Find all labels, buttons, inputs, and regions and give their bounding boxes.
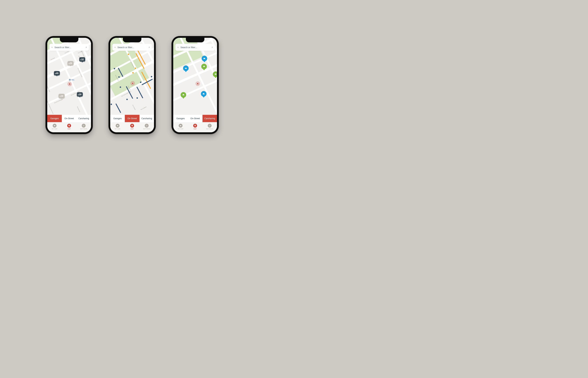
bottom-nav: MY CAR MAP SETTINGS (47, 122, 91, 132)
nav-label: SETTINGS (143, 128, 150, 130)
search-bar[interactable] (49, 44, 89, 51)
locate-icon[interactable] (212, 46, 213, 49)
search-icon (114, 46, 116, 49)
tab-carsharing[interactable]: Carsharing (202, 115, 217, 122)
price-pin[interactable]: $19 (59, 94, 65, 98)
user-location-icon (67, 82, 72, 86)
street-segment-endpoint-icon (140, 81, 141, 83)
car-icon (179, 124, 183, 128)
nav-label: MY CAR (115, 128, 120, 130)
nav-mycar[interactable]: MY CAR (110, 122, 125, 131)
search-input[interactable] (180, 46, 210, 49)
street-label: Boulevard de (77, 106, 80, 112)
nav-settings[interactable]: SETTINGS (139, 122, 154, 131)
tab-garages[interactable]: Garages (47, 115, 62, 122)
search-input[interactable] (117, 46, 147, 49)
carshare-pin[interactable] (213, 71, 217, 78)
tab-carsharing[interactable]: Carsharing (77, 115, 91, 122)
svg-line-7 (178, 47, 178, 48)
metro-station-icon: M (69, 79, 71, 81)
search-icon (52, 46, 53, 49)
nav-settings[interactable]: SETTINGS (77, 122, 91, 131)
street-segment-restricted[interactable] (136, 87, 143, 98)
svg-point-8 (210, 125, 210, 126)
nav-label: MAP (67, 128, 71, 130)
svg-point-6 (178, 47, 178, 48)
gear-icon (82, 124, 86, 128)
nav-mycar[interactable]: MY CAR (47, 122, 62, 131)
map-pin-icon (130, 124, 134, 128)
car-front-icon (181, 92, 186, 98)
nav-label: MY CAR (52, 128, 57, 130)
street-segment-endpoint-icon (151, 76, 152, 77)
device-notch (60, 38, 78, 42)
svg-line-4 (115, 47, 115, 48)
street-segment-endpoint-icon (126, 99, 128, 100)
car-side-icon (201, 91, 206, 97)
search-input[interactable] (54, 46, 84, 49)
carshare-pin[interactable] (201, 56, 207, 62)
search-bar[interactable] (112, 44, 152, 51)
nav-mycar[interactable]: MY CAR (173, 122, 188, 131)
street-segment-endpoint-icon (132, 72, 134, 73)
street-segment-endpoint-icon (111, 104, 112, 105)
car-side-icon (201, 56, 207, 61)
street-segment-endpoint-icon (136, 97, 138, 99)
street-segment-endpoint-icon (114, 68, 115, 69)
locate-icon[interactable] (86, 46, 87, 49)
filter-tabs: Garages On-Street Carsharing (47, 115, 91, 122)
tab-onstreet[interactable]: On-Street (62, 115, 76, 122)
nav-map[interactable]: MAP (62, 122, 76, 131)
street-label: Rue Chatham (141, 106, 147, 110)
tab-carsharing[interactable]: Carsharing (139, 115, 154, 122)
street-segment-endpoint-icon (135, 68, 136, 69)
car-icon (53, 124, 56, 128)
carshare-pin[interactable] (201, 91, 206, 98)
device-notch (186, 38, 204, 42)
carshare-pin[interactable] (181, 92, 186, 99)
user-location-icon (196, 81, 200, 86)
nav-label: SETTINGS (80, 128, 87, 130)
nav-label: MY CAR (178, 128, 183, 130)
search-icon (177, 46, 179, 49)
map-pin-icon (67, 124, 71, 128)
car-plug-icon (183, 66, 189, 71)
street-label: Rue Payette (132, 105, 136, 110)
price-pin[interactable]: $29 (77, 92, 83, 97)
street-segment-endpoint-icon (128, 54, 129, 55)
carshare-pin[interactable] (183, 66, 189, 72)
price-pin[interactable]: $32 (79, 57, 85, 62)
nav-map[interactable]: MAP (125, 122, 139, 131)
car-icon (116, 124, 120, 128)
search-bar[interactable] (175, 44, 215, 51)
filter-tabs: Garages On-Street Carsharing (110, 115, 154, 122)
carshare-pin[interactable] (201, 64, 207, 70)
metro-station-label: PEEL (71, 79, 75, 81)
device-notch (123, 38, 141, 42)
tab-garages[interactable]: Garages (110, 115, 125, 122)
filter-tabs: Garages On-Street Carsharing (173, 115, 217, 122)
gear-icon (145, 124, 148, 128)
tab-onstreet[interactable]: On-Street (188, 115, 202, 122)
price-pin[interactable]: $25 (67, 61, 74, 66)
phone-mockup-onstreet: Rue Rickman Rue des Seigneurs Rue Notre … (108, 36, 156, 134)
svg-point-0 (52, 47, 52, 48)
price-pin[interactable]: $45 (54, 71, 60, 75)
phone-mockup-carsharing: Garages On-Street Carsharing MY CAR MAP … (172, 36, 219, 134)
gear-icon (208, 124, 212, 128)
car-front-icon (213, 71, 217, 77)
svg-point-3 (115, 47, 115, 48)
tab-garages[interactable]: Garages (173, 115, 188, 122)
street-segment-endpoint-icon (118, 76, 120, 78)
street-segment-restricted[interactable] (116, 103, 121, 113)
phone-mockup-garages: Rue Peel Rue Peel Rue de la Montagne Rue… (45, 36, 93, 134)
nav-label: MAP (194, 128, 197, 130)
nav-label: SETTINGS (206, 128, 213, 130)
svg-point-5 (147, 125, 147, 126)
nav-settings[interactable]: SETTINGS (202, 122, 217, 131)
nav-label: MAP (131, 128, 134, 130)
locate-icon[interactable] (148, 46, 150, 49)
nav-map[interactable]: MAP (188, 122, 202, 131)
tab-onstreet[interactable]: On-Street (125, 115, 139, 122)
svg-point-2 (83, 125, 84, 126)
